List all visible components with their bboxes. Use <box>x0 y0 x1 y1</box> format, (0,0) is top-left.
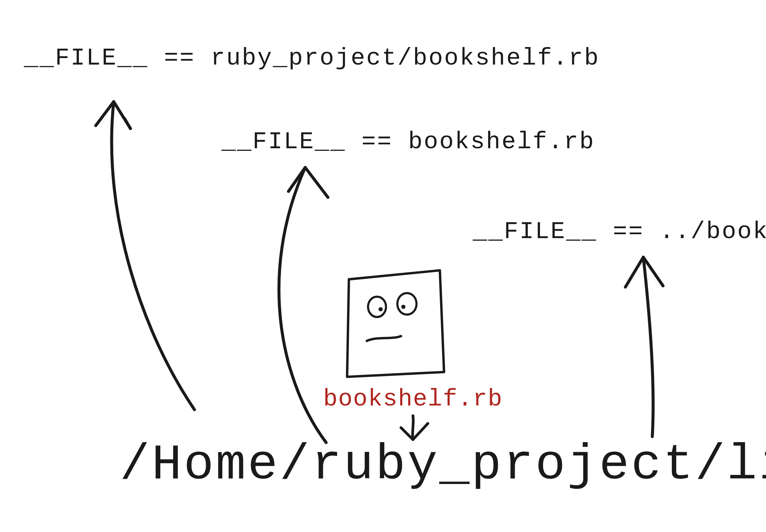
arrow-right <box>626 257 663 437</box>
arrow-middle <box>279 167 328 442</box>
code-label-top: __FILE__ == ruby_project/bookshelf.rb <box>24 45 600 72</box>
svg-point-1 <box>401 305 406 309</box>
arrow-down-small <box>401 416 428 440</box>
arrow-left <box>96 102 194 410</box>
path-label: /Home/ruby_project/lib <box>120 437 766 493</box>
filename-label: bookshelf.rb <box>323 386 503 413</box>
face-mouth <box>367 336 401 341</box>
face-eye-left <box>368 297 386 317</box>
code-label-middle: __FILE__ == bookshelf.rb <box>221 128 595 155</box>
face-eye-right <box>397 293 417 314</box>
code-label-right: __FILE__ == ../bookshelf.rb <box>473 218 766 245</box>
svg-point-0 <box>378 307 383 311</box>
face-box <box>347 270 444 377</box>
